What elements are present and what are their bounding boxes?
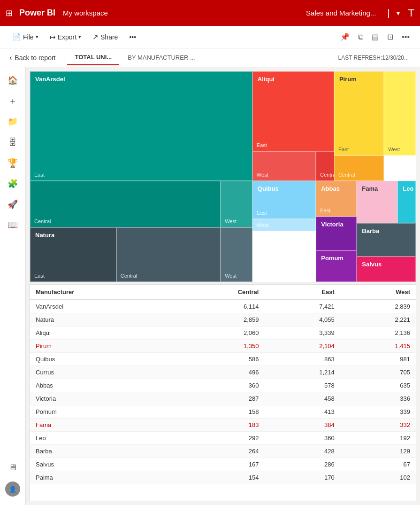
report-title: Sales and Marketing...	[306, 9, 376, 17]
table-row: Leo 292 360 192	[30, 432, 416, 445]
sidebar-item-create[interactable]: ＋	[4, 93, 21, 109]
export-button[interactable]: ↦ Export ▾	[45, 30, 86, 44]
sidebar-item-learn[interactable]: 🚀	[4, 196, 21, 213]
toolbar: 📄 File ▾ ↦ Export ▾ ↗ Share ••• 📌 ⧉ ▤ ⊡ …	[0, 26, 420, 48]
treemap-cell-central[interactable]: Central	[116, 227, 221, 282]
cell-east: 578	[264, 379, 340, 392]
avatar[interactable]: 👤	[5, 482, 20, 497]
cell-central: 264	[172, 445, 264, 458]
cell-east: 286	[264, 458, 340, 471]
tab-by-manufacturer[interactable]: BY MANUFACTURER ...	[120, 50, 203, 65]
cell-central: 183	[172, 419, 264, 432]
sidebar-item-browse[interactable]: 📁	[4, 113, 21, 130]
cell-central: 292	[172, 432, 264, 445]
cell-central: 586	[172, 353, 264, 366]
file-doc-icon: 📄	[12, 33, 21, 41]
cell-manufacturer: Aliqui	[30, 326, 172, 340]
powerbi-logo: Power BI	[19, 8, 55, 18]
file-button[interactable]: 📄 File ▾	[8, 30, 43, 44]
treemap-cell-leo[interactable]: Leo	[397, 181, 416, 223]
sidebar-item-apps[interactable]: 🧩	[4, 175, 21, 192]
cell-east: 413	[264, 405, 340, 419]
cell-manufacturer: Salvus	[30, 458, 172, 471]
treemap-cell-west[interactable]: West	[252, 151, 316, 181]
treemap-cell-quibus[interactable]: QuibusEast	[252, 181, 316, 219]
table-row: Quibus 586 863 981	[30, 353, 416, 366]
treemap-cell-barba[interactable]: Barba	[357, 223, 416, 257]
export-dropdown-icon: ▾	[78, 34, 81, 40]
more-options-button[interactable]: •••	[124, 31, 141, 44]
data-table-container: Manufacturer Central East West VanArsdel…	[30, 284, 416, 501]
share-button[interactable]: ↗ Share	[88, 30, 122, 44]
sidebar-item-home[interactable]: 🏠	[4, 72, 21, 89]
cell-east: 7,421	[264, 300, 340, 313]
cell-manufacturer: Pomum	[30, 405, 172, 419]
cell-east: 170	[264, 471, 340, 484]
back-arrow-icon: ‹	[9, 54, 12, 62]
treemap-cell-salvus[interactable]: Salvus	[357, 256, 416, 282]
focus-icon[interactable]: ⊡	[384, 30, 396, 44]
filter-icon[interactable]: ▤	[369, 30, 382, 44]
top-bar: ⊞ Power BI My workspace Sales and Market…	[0, 0, 420, 26]
treemap-cell-central[interactable]: Central	[30, 181, 221, 227]
table-row: Victoria 287 458 336	[30, 392, 416, 405]
title-dropdown-icon[interactable]: ▾	[397, 9, 400, 17]
cell-manufacturer: Barba	[30, 445, 172, 458]
copy-icon[interactable]: ⧉	[355, 30, 366, 44]
treemap-cell-vanarsdel[interactable]: VanArsdelEast	[30, 71, 252, 181]
cell-west: 635	[340, 379, 416, 392]
cell-west: 981	[340, 353, 416, 366]
main-content: 🏠 ＋ 📁 🗄 🏆 🧩 🚀 📖 🖥 👤 VanArsdelEastCentral…	[0, 67, 420, 505]
treemap-cell-natura[interactable]: NaturaEast	[30, 227, 116, 282]
cell-manufacturer: Quibus	[30, 353, 172, 366]
grid-icon[interactable]: ⊞	[6, 8, 13, 18]
sidebar-bottom: 🖥 👤	[4, 459, 21, 500]
sidebar-item-data[interactable]: 🗄	[4, 134, 21, 151]
treemap-cell-west[interactable]: West	[384, 71, 416, 155]
toolbar-right-icons: 📌 ⧉ ▤ ⊡ •••	[337, 30, 412, 44]
treemap-cell-west[interactable]: West	[221, 181, 252, 227]
table-row: Currus 496 1,214 705	[30, 366, 416, 379]
treemap-cell-pirum[interactable]: PirumEast	[334, 71, 384, 155]
cell-central: 154	[172, 471, 264, 484]
treemap-cell-fama[interactable]: Fama	[357, 181, 397, 223]
sidebar-item-monitor[interactable]: 🖥	[4, 459, 21, 476]
cell-manufacturer: Palma	[30, 471, 172, 484]
treemap-cell-pomum[interactable]: Pomum	[316, 250, 357, 282]
table-row: Salvus 167 286 67	[30, 458, 416, 471]
table-row: Aliqui 2,060 3,339 2,136	[30, 326, 416, 340]
cell-east: 384	[264, 419, 340, 432]
treemap: VanArsdelEastCentralWestAliquiEastWestCe…	[30, 71, 416, 282]
cell-central: 360	[172, 379, 264, 392]
tab-total-units[interactable]: TOTAL UNI...	[67, 50, 119, 65]
table-row: Pirum 1,350 2,104 1,415	[30, 340, 416, 353]
cell-central: 158	[172, 405, 264, 419]
treemap-cell-abbas[interactable]: AbbasEast	[316, 181, 357, 217]
cell-central: 167	[172, 458, 264, 471]
workspace-name[interactable]: My workspace	[63, 9, 108, 17]
cell-manufacturer: Natura	[30, 313, 172, 326]
treemap-cell-west[interactable]: West	[252, 219, 316, 232]
cell-central: 496	[172, 366, 264, 379]
cell-west: 102	[340, 471, 416, 484]
cell-manufacturer: Victoria	[30, 392, 172, 405]
file-dropdown-icon: ▾	[36, 34, 38, 40]
chart-table-area: VanArsdelEastCentralWestAliquiEastWestCe…	[26, 67, 420, 505]
treemap-cell-victoria[interactable]: Victoria	[316, 217, 357, 250]
cell-manufacturer: Pirum	[30, 340, 172, 353]
treemap-cell-aliqui[interactable]: AliquiEast	[252, 71, 334, 151]
table-row: Barba 264 428 129	[30, 445, 416, 458]
refresh-info: LAST REFRESH:12/30/20...	[338, 54, 416, 61]
cell-manufacturer: Currus	[30, 366, 172, 379]
treemap-cell-central[interactable]: Central	[334, 155, 384, 181]
ellipsis-icon: •••	[129, 33, 136, 41]
sidebar-item-goals[interactable]: 🏆	[4, 155, 21, 171]
more-icon[interactable]: •••	[399, 30, 412, 44]
pin-icon[interactable]: 📌	[337, 30, 352, 44]
back-to-report-button[interactable]: ‹ Back to report	[4, 52, 61, 64]
cell-central: 2,060	[172, 326, 264, 340]
sidebar-item-book[interactable]: 📖	[4, 217, 21, 233]
export-icon: ↦	[50, 33, 56, 41]
action-bar-divider	[64, 52, 64, 63]
treemap-cell-west[interactable]: West	[221, 227, 252, 282]
